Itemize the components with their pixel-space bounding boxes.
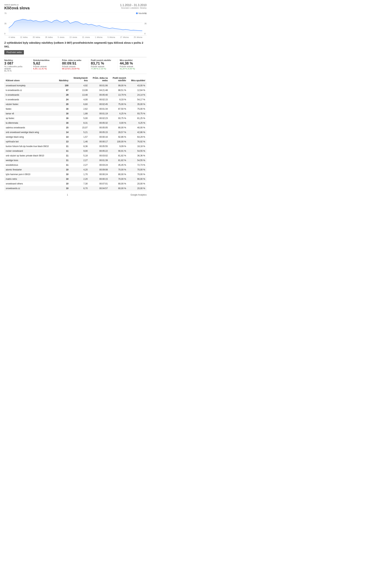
metrics-row: Návštěvy 3 087 % z celkového počtu strán… [4, 57, 146, 74]
data-cell: 00:02:23 [89, 116, 109, 121]
data-cell: 75,00 % [109, 102, 128, 107]
data-cell: 00:05:32 [89, 121, 109, 125]
data-cell: 76,92 % [128, 139, 146, 144]
table-row: k-snowboards.cz8713,0804:21:4888,51 %12,… [4, 88, 146, 93]
data-cell: 81,82 % [109, 153, 128, 158]
data-cell: 1,88 [70, 111, 89, 116]
metric-pages-per-visit: Stránky/návštěva 5,62 Průměr stránek 6,3… [32, 59, 60, 72]
data-cell: 16 [56, 116, 70, 121]
data-cell: 00:02:45 [89, 102, 109, 107]
keyword-cell[interactable]: sabrina snowboards [4, 125, 56, 130]
data-cell: 2,27 [70, 158, 89, 163]
col-header-pages[interactable]: Stránky/návštěva [70, 76, 89, 83]
keyword-cell[interactable]: matrix retrix [4, 177, 56, 181]
keyword-cell[interactable]: atomic firestarter [4, 167, 56, 172]
metric-time-value: 00:09:51 [62, 61, 87, 66]
x-label-11: 25. března [134, 36, 142, 38]
keywords-table: Klíčové slovo Návštěvy Stránky/návštěva … [4, 76, 146, 191]
data-cell: 00:01:34 [89, 107, 109, 111]
data-cell: 00:02:15 [89, 97, 109, 102]
data-cell: 40,00 % [128, 125, 146, 130]
table-row: rocker snowboard119,0000:05:2290,91 %54,… [4, 149, 146, 153]
data-cell: 36,36 % [128, 153, 146, 158]
keyword-cell[interactable]: lyže hammer psm ii 09/10 [4, 172, 56, 177]
keyword-cell[interactable]: ta dilemmata [4, 121, 56, 125]
data-cell: 28,57 % [109, 130, 128, 135]
keyword-cell[interactable]: westige boss [4, 158, 56, 163]
site-info: www.k-sports.cz Klíčová slova [4, 4, 30, 11]
keyword-cell[interactable]: burton folsom full-zip hoodie true black… [4, 144, 56, 149]
keyword-cell[interactable]: sp fastec [4, 116, 56, 121]
table-row: lamar v6161,8800:01:196,25 %93,75 % [4, 111, 146, 116]
data-cell: 8,33 % [109, 97, 128, 102]
data-cell: 42,86 % [128, 130, 146, 135]
data-cell: 11 [56, 158, 70, 163]
metric-ppv-value: 5,62 [33, 61, 58, 66]
table-row: snowboards.cz106,7000:04:5760,00 %20,00 … [4, 186, 146, 191]
keyword-cell[interactable]: snowboard others [4, 181, 56, 186]
table-row: atomic firestarter104,2000:09:0870,00 %7… [4, 167, 146, 172]
keyword-cell[interactable]: woodelicious [4, 163, 56, 167]
keyword-cell[interactable]: k snowboards [4, 97, 56, 102]
metric-br-sub: Průměr stránek [120, 66, 145, 68]
x-label-3: 20. ledna [33, 36, 40, 38]
data-cell: 00:01:19 [89, 111, 109, 116]
keyword-cell[interactable]: fastec [4, 107, 56, 111]
data-cell: 00:05:22 [89, 149, 109, 153]
data-cell: 00:05:40 [89, 93, 109, 97]
col-header-visits[interactable]: Návštěvy [56, 76, 70, 83]
data-cell: 10 [56, 186, 70, 191]
data-cell: 92,86 % [109, 135, 128, 139]
metric-new-visits: Podíl nových návštěv 83,71 % Průměr strá… [89, 59, 118, 72]
data-cell: 93,75 % [128, 111, 146, 116]
table-row: ta dilemmata168,3100:05:320,00 %6,25 % [4, 121, 146, 125]
data-cell: 100 [56, 83, 70, 88]
x-label-4: 28. ledna [45, 36, 53, 38]
data-cell: 9,00 [70, 149, 89, 153]
keyword-cell[interactable]: snowboards.cz [4, 186, 56, 191]
data-cell: 70,00 % [128, 172, 146, 177]
col-header-bounce[interactable]: Míra opuštění [128, 76, 146, 83]
keyword-cell[interactable]: snb snowboard westige black wing [4, 130, 56, 135]
col-header-new[interactable]: Podíl novýchnávštěv [109, 76, 128, 83]
data-cell: 6,25 % [109, 111, 128, 116]
tab-web-usage[interactable]: Používání webu [4, 50, 24, 55]
data-cell: 10 [56, 167, 70, 172]
data-cell: 00:05:55 [89, 144, 109, 149]
data-cell: 00:03:24 [89, 163, 109, 167]
data-cell: 13 [56, 139, 70, 144]
data-cell: 00:09:08 [89, 167, 109, 172]
data-cell: 2,62 [70, 107, 89, 111]
summary-text: Z vyhledávání byly odeslány návštěvy (ce… [4, 41, 146, 48]
y-label-mid: 35 [4, 23, 6, 25]
data-cell: 88,51 % [109, 88, 128, 93]
keyword-cell[interactable]: snb vázání sp fastec private black 09/10 [4, 153, 56, 158]
data-cell: 70,00 % [109, 177, 128, 181]
keyword-cell[interactable]: lamar v6 [4, 111, 56, 116]
keyword-cell[interactable]: vyhřívače bot [4, 139, 56, 144]
metric-avg-time: Prům. doba na webu 00:09:51 Průměr strán… [60, 59, 89, 72]
metric-visits-value: 3 087 [4, 61, 30, 66]
data-cell: 87 [56, 88, 70, 93]
keyword-cell[interactable]: k-snowboards [4, 93, 56, 97]
footer: 1 Google Analytics [4, 194, 146, 196]
data-cell: 10 [56, 177, 70, 181]
keyword-cell[interactable]: westige black wing [4, 135, 56, 139]
y-label-right-top: 70 [144, 12, 146, 14]
col-header-time[interactable]: Prům. doba nawebu [89, 76, 109, 83]
data-cell: 04:21:48 [89, 88, 109, 93]
keyword-cell[interactable]: snowboard komplety [4, 83, 56, 88]
data-cell: 5,00 [70, 116, 89, 121]
table-row: snowboard komplety1004,9200:01:0699,00 %… [4, 83, 146, 88]
data-cell: 4,00 [70, 97, 89, 102]
keyword-cell[interactable]: rocker snowboard [4, 149, 56, 153]
data-cell: 00:07:01 [89, 181, 109, 186]
metric-br-value: 44,38 % [120, 61, 145, 66]
data-cell: 00:01:39 [89, 158, 109, 163]
data-cell: 11 [56, 149, 70, 153]
keyword-cell[interactable]: vázání fastec [4, 102, 56, 107]
data-cell: 9,09 % [109, 144, 128, 149]
col-header-keyword: Klíčové slovo [4, 76, 56, 83]
keyword-cell[interactable]: k-snowboards.cz [4, 88, 56, 93]
data-cell: 16 [56, 121, 70, 125]
